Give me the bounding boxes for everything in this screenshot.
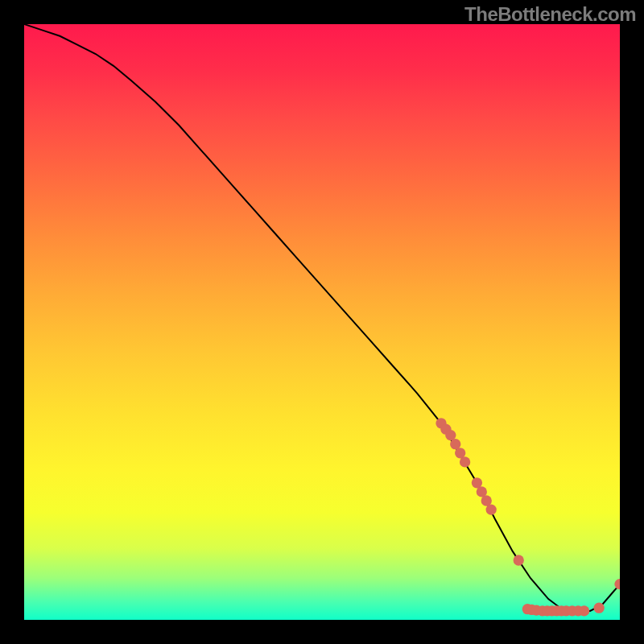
plot-area: [24, 24, 620, 620]
marker-group: [436, 418, 620, 616]
curve-path: [24, 24, 620, 611]
marker-dot: [514, 555, 524, 565]
marker-dot: [614, 579, 620, 589]
marker-dot: [579, 605, 589, 616]
chart-frame: TheBottleneck.com: [0, 0, 644, 644]
marker-dot: [593, 603, 604, 613]
marker-dot: [486, 504, 497, 514]
marker-dot: [460, 456, 470, 467]
chart-svg: [24, 24, 620, 620]
attribution-label: TheBottleneck.com: [464, 3, 636, 26]
